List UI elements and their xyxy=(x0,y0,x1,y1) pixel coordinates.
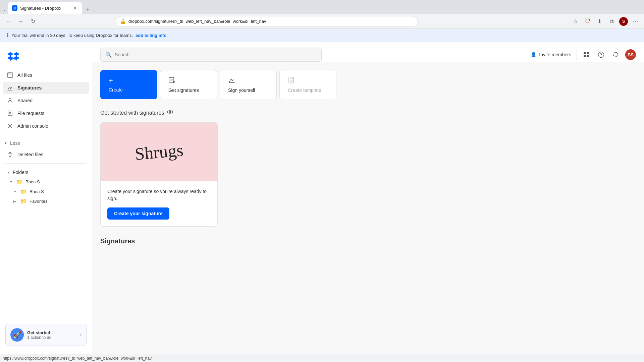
shield-btn[interactable]: 🛡 xyxy=(583,17,592,26)
sidebar-item-all-files[interactable]: All files xyxy=(3,69,89,81)
app-body: All files Signatures Shared xyxy=(0,42,644,354)
create-template-btn: Create template xyxy=(279,70,336,99)
shared-icon xyxy=(7,97,13,104)
svg-point-3 xyxy=(9,125,11,127)
svg-rect-6 xyxy=(584,55,586,57)
tab-favicon xyxy=(12,5,17,11)
browser-user-avatar[interactable]: S xyxy=(619,17,628,26)
search-bar[interactable]: 🔍 xyxy=(100,48,322,62)
bookmark-btn[interactable]: ☆ xyxy=(571,17,580,26)
get-signatures-label: Get signatures xyxy=(168,87,199,93)
main-header: 🔍 👤 Invite members xyxy=(92,42,644,62)
extensions-btn[interactable]: ⋯ xyxy=(631,17,640,26)
action-buttons: + Create Get signatures Sign yourself xyxy=(100,70,636,99)
toolbar-right: ☆ 🛡 ⬇ ⧉ S ⋯ xyxy=(571,17,640,26)
shared-label: Shared xyxy=(17,98,33,103)
folder-name-2: Bhea S xyxy=(30,189,44,194)
get-started-text: Get started 1 action to do xyxy=(27,330,76,340)
deleted-files-icon xyxy=(7,151,13,158)
create-template-label: Create template xyxy=(288,87,321,93)
get-started-section-title: Get started with signatures xyxy=(100,110,164,116)
folder-name-3: Favorites xyxy=(30,199,47,204)
main-content: 🔍 👤 Invite members xyxy=(92,42,644,354)
create-icon: + xyxy=(109,76,113,85)
expand-icon-1: ▼ xyxy=(9,180,13,184)
sidebar-item-deleted-files[interactable]: Deleted files xyxy=(0,148,92,161)
get-started-title: Get started xyxy=(27,330,76,335)
bell-icon-btn[interactable] xyxy=(610,49,621,60)
tab-close-btn[interactable]: ✕ xyxy=(72,5,78,11)
create-template-icon xyxy=(288,76,295,85)
dropbox-logo[interactable] xyxy=(7,50,20,62)
svg-rect-0 xyxy=(7,73,13,77)
all-files-icon xyxy=(7,72,13,78)
folder-icon-2: 📁 xyxy=(20,188,27,195)
user-avatar[interactable]: BS xyxy=(625,49,636,60)
get-started-subtitle: 1 action to do xyxy=(27,335,76,340)
browser-window: ‹ Signatures - Dropbox ✕ + ← → ↻ 🔒 dropb… xyxy=(0,0,644,362)
forward-btn[interactable]: → xyxy=(16,17,25,26)
folder-bhea-s-2[interactable]: ▼ 📁 Bhea S xyxy=(3,187,89,196)
help-icon-btn[interactable] xyxy=(596,49,606,60)
multiwindow-btn[interactable]: ⧉ xyxy=(607,17,616,26)
tab-title: Signatures - Dropbox xyxy=(20,6,69,11)
back-btn[interactable]: ← xyxy=(4,17,13,26)
sidebar-divider-2 xyxy=(5,163,87,164)
folders-label: Folders xyxy=(13,170,29,175)
all-files-label: All files xyxy=(17,72,32,78)
billing-link[interactable]: add billing info xyxy=(136,33,166,38)
svg-rect-4 xyxy=(584,52,586,54)
sidebar-divider-1 xyxy=(5,135,87,135)
get-started-widget[interactable]: 🚀 Get started 1 action to do › xyxy=(5,324,87,346)
signature-card-body: Create your signature so you're always r… xyxy=(101,181,217,226)
grid-icon-btn[interactable] xyxy=(581,49,592,60)
signatures-section-title: Signatures xyxy=(100,237,636,245)
expand-icon-2: ▼ xyxy=(13,190,17,193)
person-add-icon: 👤 xyxy=(531,52,536,57)
rocket-icon: 🚀 xyxy=(10,328,24,342)
create-btn[interactable]: + Create xyxy=(100,70,157,99)
folders-header[interactable]: ▼ Folders xyxy=(3,168,89,177)
invite-members-btn[interactable]: 👤 Invite members xyxy=(525,49,577,60)
address-bar[interactable]: 🔒 dropbox.com/signatures?_tk=web_left_na… xyxy=(116,16,418,27)
deleted-files-label: Deleted files xyxy=(17,152,43,157)
admin-console-label: Admin console xyxy=(17,123,48,129)
search-icon: 🔍 xyxy=(105,52,112,58)
chevron-down-icon: ▼ xyxy=(4,141,7,145)
svg-rect-7 xyxy=(587,55,589,57)
active-tab[interactable]: Signatures - Dropbox ✕ xyxy=(8,2,82,14)
sidebar-item-file-requests[interactable]: File requests xyxy=(3,107,89,119)
svg-point-13 xyxy=(169,111,171,113)
header-actions: 👤 Invite members BS xyxy=(525,49,636,60)
search-input[interactable] xyxy=(115,52,317,57)
get-started-section-header: Get started with signatures xyxy=(100,109,636,117)
download-btn[interactable]: ⬇ xyxy=(595,17,604,26)
trial-banner: ℹ Your trial will end in 30 days. To kee… xyxy=(0,29,644,42)
sidebar-item-signatures[interactable]: Signatures xyxy=(3,82,89,94)
svg-rect-5 xyxy=(587,52,589,54)
visibility-icon[interactable] xyxy=(167,109,173,117)
svg-rect-2 xyxy=(8,111,12,116)
folder-bhea-s-1[interactable]: ▼ 📁 Bhea S xyxy=(3,177,89,187)
get-signatures-icon xyxy=(168,76,176,85)
signature-card-description: Create your signature so you're always r… xyxy=(107,188,211,202)
create-signature-btn[interactable]: Create your signature xyxy=(107,207,169,220)
sidebar-item-shared[interactable]: Shared xyxy=(3,95,89,107)
less-label: Less xyxy=(10,140,20,146)
chevron-down-icon-folders: ▼ xyxy=(7,171,10,174)
reload-btn[interactable]: ↻ xyxy=(28,17,38,26)
get-signatures-btn[interactable]: Get signatures xyxy=(160,70,217,99)
sign-yourself-label: Sign yourself xyxy=(228,87,255,93)
folder-favorites[interactable]: ▶ 📁 Favorites xyxy=(3,196,89,206)
info-icon: ℹ xyxy=(7,32,9,39)
folder-icon-1: 📁 xyxy=(16,179,23,185)
folder-name-1: Bhea S xyxy=(25,179,40,184)
sign-yourself-btn[interactable]: Sign yourself xyxy=(220,70,277,99)
file-requests-icon xyxy=(7,110,13,117)
chevron-right-icon: › xyxy=(80,332,82,338)
less-toggle[interactable]: ▼ Less xyxy=(0,138,92,148)
new-tab-btn[interactable]: + xyxy=(83,5,93,14)
folder-icon-3: 📁 xyxy=(20,198,27,204)
sidebar-item-admin-console[interactable]: Admin console xyxy=(3,120,89,132)
tab-prev-btn[interactable]: ‹ xyxy=(3,7,7,14)
